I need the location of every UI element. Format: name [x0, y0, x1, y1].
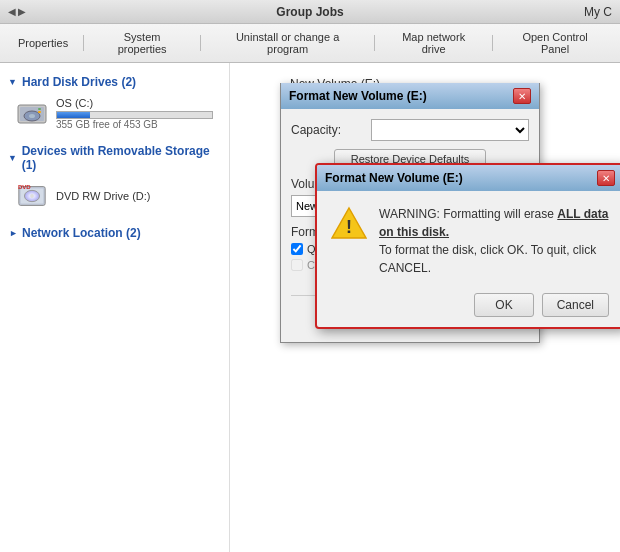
drive-dvd-d-name: DVD RW Drive (D:) — [56, 190, 213, 202]
warning-message: WARNING: Formatting will erase ALL data … — [379, 205, 609, 277]
toolbar-separator-4 — [492, 35, 493, 51]
drive-os-c-name: OS (C:) — [56, 97, 213, 109]
warning-text-1: WARNING: Formatting will erase — [379, 207, 557, 221]
map-network-button[interactable]: Map network drive — [380, 28, 487, 58]
format-dialog-bg-title: Format New Volume (E:) — [289, 89, 427, 103]
capacity-row: Capacity: — [291, 119, 529, 141]
svg-text:DVD: DVD — [18, 183, 31, 190]
drive-dvd-d-info: DVD RW Drive (D:) — [56, 190, 213, 202]
drive-item-dvd-d[interactable]: DVD DVD RW Drive (D:) — [0, 176, 229, 216]
forward-arrow[interactable]: ▶ — [18, 6, 26, 17]
quick-format-checkbox[interactable] — [291, 243, 303, 255]
section-hdd-label: Hard Disk Drives (2) — [22, 75, 136, 89]
section-hard-disk-drives[interactable]: ▼ Hard Disk Drives (2) — [0, 71, 229, 93]
toolbar-separator-3 — [374, 35, 375, 51]
warning-cancel-button[interactable]: Cancel — [542, 293, 609, 317]
warning-close-button[interactable]: ✕ — [597, 170, 615, 186]
back-arrow[interactable]: ◀ — [8, 6, 16, 17]
collapse-arrow-network: ▼ — [8, 228, 18, 238]
svg-rect-5 — [38, 111, 41, 113]
section-removable-label: Devices with Removable Storage (1) — [22, 144, 221, 172]
warning-triangle-icon: ! — [331, 205, 367, 241]
section-removable-storage[interactable]: ▼ Devices with Removable Storage (1) — [0, 140, 229, 176]
format-dialog-bg-close-button[interactable]: ✕ — [513, 88, 531, 104]
warning-ok-button[interactable]: OK — [474, 293, 533, 317]
main-content: ▼ Hard Disk Drives (2) OS (C:) 355 — [0, 63, 620, 552]
hdd-drive-icon — [16, 98, 48, 130]
right-panel: New Volume (E:) Format New Volume (E:) ✕… — [230, 63, 620, 552]
collapse-arrow-removable: ▼ — [8, 153, 18, 163]
capacity-label: Capacity: — [291, 123, 371, 137]
warning-footer: OK Cancel — [317, 287, 620, 327]
warning-text-2: To format the disk, click OK. To quit, c… — [379, 243, 596, 275]
warning-dialog: Format New Volume (E:) ✕ ! WARNING: Form… — [315, 163, 620, 329]
drive-os-c-size: 355 GB free of 453 GB — [56, 119, 213, 130]
drive-os-c-fill — [57, 112, 90, 118]
svg-point-3 — [29, 114, 35, 118]
section-network-label: Network Location (2) — [22, 226, 141, 240]
warning-body: ! WARNING: Formatting will erase ALL dat… — [317, 191, 620, 287]
section-network-location[interactable]: ▼ Network Location (2) — [0, 222, 229, 244]
capacity-select[interactable] — [371, 119, 529, 141]
collapse-arrow-hdd: ▼ — [8, 77, 18, 87]
toolbar-separator-2 — [200, 35, 201, 51]
dvd-drive-icon: DVD — [16, 180, 48, 212]
nav-arrows[interactable]: ◀ ▶ — [8, 6, 26, 17]
format-dialog-bg-title-bar: Format New Volume (E:) ✕ — [281, 83, 539, 109]
uninstall-button[interactable]: Uninstall or change a program — [206, 28, 369, 58]
warning-dialog-title: Format New Volume (E:) — [325, 171, 463, 185]
drive-os-c-info: OS (C:) 355 GB free of 453 GB — [56, 97, 213, 130]
properties-button[interactable]: Properties — [8, 34, 78, 52]
svg-text:!: ! — [346, 217, 352, 237]
top-bar-right: My C — [584, 5, 612, 19]
toolbar: Properties System properties Uninstall o… — [0, 24, 620, 63]
drive-item-os-c[interactable]: OS (C:) 355 GB free of 453 GB — [0, 93, 229, 134]
drive-os-c-progress-bar — [56, 111, 213, 119]
toolbar-separator-1 — [83, 35, 84, 51]
startup-disk-checkbox[interactable] — [291, 259, 303, 271]
warning-title-bar: Format New Volume (E:) ✕ — [317, 165, 620, 191]
top-bar: ◀ ▶ Group Jobs My C — [0, 0, 620, 24]
window-title: Group Jobs — [276, 5, 343, 19]
open-control-panel-button[interactable]: Open Control Panel — [498, 28, 612, 58]
svg-point-9 — [30, 194, 34, 198]
left-panel: ▼ Hard Disk Drives (2) OS (C:) 355 — [0, 63, 230, 552]
svg-rect-4 — [38, 108, 41, 110]
system-properties-button[interactable]: System properties — [89, 28, 195, 58]
